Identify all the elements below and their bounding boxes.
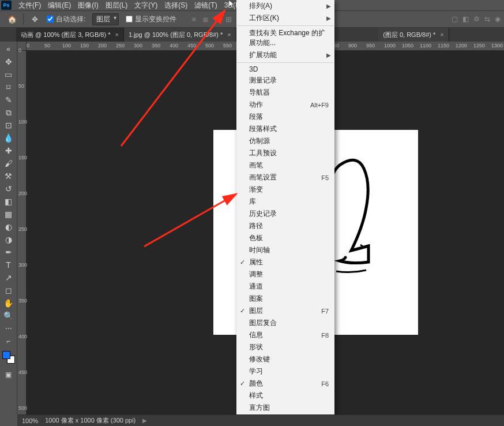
menu-item[interactable]: 样式 xyxy=(236,390,334,402)
menu-type[interactable]: 文字(Y) xyxy=(131,1,161,10)
menu-item[interactable]: 形状 xyxy=(236,341,334,353)
menu-item[interactable]: 时间轴 xyxy=(236,244,334,256)
menu-item[interactable]: 图案 xyxy=(236,293,334,305)
document-tab[interactable]: 动画 @ 100% (图层 3, RGB/8) * × xyxy=(16,28,124,42)
document-tab[interactable]: (图层 0, RGB/8#) * × xyxy=(378,28,449,42)
align-icon[interactable]: ⊞ xyxy=(223,15,234,24)
move-tool-icon[interactable]: ✥ xyxy=(2,55,16,68)
mode-icon[interactable]: ⇆ xyxy=(484,15,490,23)
show-transform-input[interactable] xyxy=(126,16,133,23)
menu-item[interactable]: 段落样式 xyxy=(236,123,334,135)
auto-select-input[interactable] xyxy=(47,16,54,23)
menu-item[interactable]: 历史记录 xyxy=(236,208,334,220)
menu-item[interactable]: 扩展功能▶ xyxy=(236,49,334,61)
brush-tool-icon[interactable]: 🖌 xyxy=(2,157,16,170)
menu-item[interactable]: 调整 xyxy=(236,268,334,281)
show-transform-label: 显示变换控件 xyxy=(135,14,176,24)
move-tool-icon[interactable]: ✥ xyxy=(29,14,40,24)
menu-item[interactable]: 图层复合 xyxy=(236,317,334,329)
menu-item[interactable]: 色板 xyxy=(236,232,334,244)
align-icon[interactable]: ≡ xyxy=(211,15,223,24)
pen-tool-icon[interactable]: ✒ xyxy=(2,246,16,259)
crop-tool-icon[interactable]: ⧉ xyxy=(2,106,16,119)
menu-item[interactable]: 排列(A)▶ xyxy=(236,0,334,12)
menu-item[interactable]: 查找有关 Exchange 的扩展功能... xyxy=(236,27,334,49)
mode-icon[interactable]: ◧ xyxy=(462,15,469,23)
shortcut-label: F5 xyxy=(321,174,329,181)
menu-item-label: 直方图 xyxy=(249,403,270,413)
more-tools-icon[interactable]: ⋯ xyxy=(2,322,16,335)
mode-icon[interactable]: ▢ xyxy=(452,15,458,23)
dodge-tool-icon[interactable]: ◑ xyxy=(2,233,16,246)
zoom-level[interactable]: 100% xyxy=(22,417,38,424)
document-tab[interactable]: 1.jpg @ 100% (图层 0, RGB/8#) * × xyxy=(124,28,236,42)
auto-select-checkbox[interactable]: 自动选择: xyxy=(47,14,85,24)
zoom-tool-icon[interactable]: 🔍 xyxy=(2,309,16,322)
menu-item[interactable]: 3D xyxy=(236,64,334,74)
marquee-tool-icon[interactable]: ▭ xyxy=(2,68,16,81)
menu-item[interactable]: 图层✓F7 xyxy=(236,305,334,317)
menu-item[interactable]: 仿制源 xyxy=(236,135,334,147)
mode-icon[interactable]: ⚙ xyxy=(473,15,480,23)
menu-item[interactable]: 画笔 xyxy=(236,159,334,171)
menu-item[interactable]: 工具预设 xyxy=(236,147,334,159)
window-menu-dropdown: 排列(A)▶工作区(K)▶查找有关 Exchange 的扩展功能...扩展功能▶… xyxy=(236,0,334,426)
lasso-tool-icon[interactable]: ⌑ xyxy=(2,81,16,94)
menu-item[interactable]: 学习 xyxy=(236,365,334,378)
shape-tool-icon[interactable]: ◻ xyxy=(2,284,16,297)
align-icon[interactable]: ≡ xyxy=(188,15,200,24)
menu-item[interactable]: 工作区(K)▶ xyxy=(236,12,334,24)
home-icon[interactable]: 🏠 xyxy=(7,14,17,24)
collapse-icon[interactable]: « xyxy=(2,43,16,55)
menu-file[interactable]: 文件(F) xyxy=(15,1,44,10)
frame-tool-icon[interactable]: ⊡ xyxy=(2,119,16,132)
ruler-vertical[interactable]: 0501001502002503003504004505005506006507… xyxy=(17,51,27,414)
layer-select[interactable]: 图层 xyxy=(92,13,119,25)
menu-item[interactable]: 信息F8 xyxy=(236,329,334,341)
menu-item[interactable]: 路径 xyxy=(236,220,334,232)
close-icon[interactable]: × xyxy=(227,31,231,38)
menu-item-label: 测量记录 xyxy=(249,76,277,85)
edit-toolbar-icon[interactable]: ⌐ xyxy=(2,335,16,347)
mode-icon[interactable]: ◉ xyxy=(495,15,501,23)
screen-mode-icon[interactable]: ▣ xyxy=(2,368,16,381)
menu-item[interactable]: 导航器 xyxy=(236,87,334,99)
type-tool-icon[interactable]: T xyxy=(2,259,16,271)
show-transform-checkbox[interactable]: 显示变换控件 xyxy=(126,14,176,24)
menu-item[interactable]: 测量记录 xyxy=(236,74,334,87)
chevron-right-icon[interactable]: ▶ xyxy=(142,417,147,424)
menu-item[interactable]: 动作Alt+F9 xyxy=(236,99,334,111)
menu-item[interactable]: 直方图 xyxy=(236,402,334,414)
healing-tool-icon[interactable]: ✚ xyxy=(2,144,16,157)
menu-item[interactable]: 通道 xyxy=(236,281,334,293)
color-swatches[interactable] xyxy=(2,351,15,364)
menu-select[interactable]: 选择(S) xyxy=(161,1,191,10)
gradient-tool-icon[interactable]: ▦ xyxy=(2,208,16,221)
history-brush-icon[interactable]: ↺ xyxy=(2,182,16,195)
menu-item[interactable]: 库 xyxy=(236,196,334,208)
drawing-content xyxy=(328,158,420,297)
eraser-tool-icon[interactable]: ◧ xyxy=(2,195,16,208)
menu-item[interactable]: 属性✓ xyxy=(236,256,334,268)
menu-item-label: 调整 xyxy=(249,270,263,279)
quick-select-tool-icon[interactable]: ✎ xyxy=(2,94,16,106)
menu-item[interactable]: 段落 xyxy=(236,111,334,123)
menu-edit[interactable]: 编辑(E) xyxy=(44,1,74,10)
stamp-tool-icon[interactable]: ⚒ xyxy=(2,170,16,182)
hand-tool-icon[interactable]: ✋ xyxy=(2,297,16,309)
eyedropper-tool-icon[interactable]: 💧 xyxy=(2,132,16,144)
align-icon[interactable]: ≣ xyxy=(200,15,211,24)
close-icon[interactable]: × xyxy=(115,31,118,38)
menu-image[interactable]: 图像(I) xyxy=(74,1,101,10)
menu-layer[interactable]: 图层(L) xyxy=(102,1,131,10)
menu-item[interactable]: 修改键 xyxy=(236,353,334,365)
path-tool-icon[interactable]: ↗ xyxy=(2,271,16,284)
menu-item[interactable]: 颜色✓F6 xyxy=(236,378,334,390)
menu-item-label: 通道 xyxy=(249,282,263,292)
blur-tool-icon[interactable]: ◐ xyxy=(2,221,16,233)
menu-filter[interactable]: 滤镜(T) xyxy=(191,1,220,10)
fg-color-swatch[interactable] xyxy=(2,351,10,359)
menu-item[interactable]: 画笔设置F5 xyxy=(236,171,334,184)
close-icon[interactable]: × xyxy=(440,31,443,38)
menu-item[interactable]: 渐变 xyxy=(236,184,334,196)
